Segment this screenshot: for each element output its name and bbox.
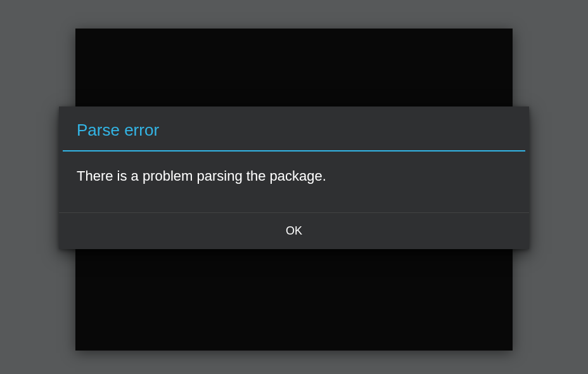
dialog-button-bar: OK	[59, 212, 529, 249]
dialog-message: There is a problem parsing the package.	[59, 152, 529, 212]
ok-button[interactable]: OK	[59, 213, 529, 249]
parse-error-dialog: Parse error There is a problem parsing t…	[59, 106, 529, 249]
dialog-title: Parse error	[59, 106, 529, 150]
